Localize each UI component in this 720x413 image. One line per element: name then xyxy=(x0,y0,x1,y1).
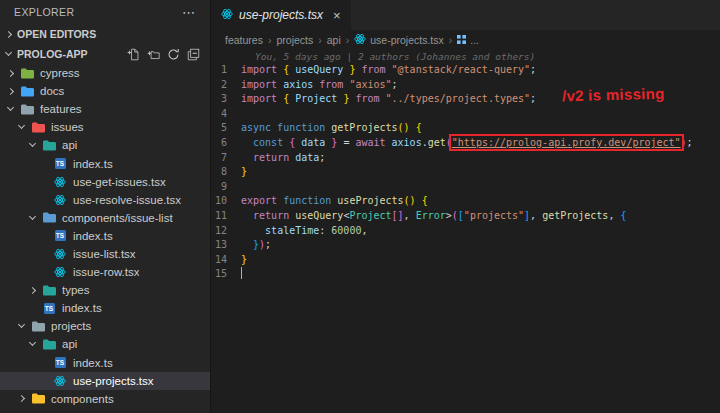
react-file-icon xyxy=(52,194,68,206)
breadcrumb-projects[interactable]: projects xyxy=(276,34,313,46)
tree-item-issues[interactable]: issues xyxy=(0,118,210,136)
tree-item-issue-row-tsx[interactable]: issue-row.tsx xyxy=(0,263,210,281)
line-number: 12 xyxy=(211,224,241,239)
code-text: const { data } = await axios.get("https:… xyxy=(241,136,693,151)
code-line-1[interactable]: 1import { useQuery } from "@tanstack/rea… xyxy=(211,63,720,78)
git-blame-annotation: You, 5 days ago | 2 authors (Johannes an… xyxy=(255,50,720,63)
line-number: 11 xyxy=(211,209,241,224)
tree-item-components-issue-list[interactable]: components/issue-list xyxy=(0,209,210,227)
tree-item-use-projects-tsx[interactable]: use-projects.tsx xyxy=(0,372,210,390)
folder-icon xyxy=(30,393,46,404)
code-line-13[interactable]: 13 }); xyxy=(211,238,720,253)
open-editors-label: OPEN EDITORS xyxy=(17,28,96,40)
breadcrumb-use-projects-tsx[interactable]: use-projects.tsx xyxy=(354,33,444,47)
collapse-all-icon[interactable] xyxy=(187,48,200,61)
typescript-file-icon: TS xyxy=(52,158,68,169)
react-file-icon xyxy=(52,375,68,387)
editor-area: use-projects.tsx × features›projects›api… xyxy=(211,0,720,413)
tab-close-icon[interactable]: × xyxy=(333,8,341,23)
breadcrumb-separator: › xyxy=(268,34,272,46)
code-text: import axios from "axios"; xyxy=(241,78,398,93)
tree-item-label: index.ts xyxy=(73,230,113,242)
tree-item-label: use-resolve-issue.tsx xyxy=(73,194,181,206)
line-number: 10 xyxy=(211,194,241,209)
vscode-window: EXPLORER ⋯ OPEN EDITORS PROLOG-APP cypre… xyxy=(0,0,720,413)
typescript-file-icon: TS xyxy=(41,303,57,314)
tab-bar: use-projects.tsx × xyxy=(211,0,720,30)
chevron-down-icon xyxy=(29,213,36,220)
code-line-4[interactable]: 4 xyxy=(211,107,720,122)
open-editors-section[interactable]: OPEN EDITORS xyxy=(0,24,210,44)
folder-icon xyxy=(19,86,35,97)
line-number: 5 xyxy=(211,121,241,136)
tree-item-issue-list-tsx[interactable]: issue-list.tsx xyxy=(0,245,210,263)
tree-item-label: components/issue-list xyxy=(62,212,173,224)
breadcrumb-separator: › xyxy=(449,34,453,46)
tree-item-index-ts[interactable]: TSindex.ts xyxy=(0,154,210,172)
react-file-icon xyxy=(354,33,366,47)
code-line-11[interactable]: 11 return useQuery<Project[], Error>(["p… xyxy=(211,209,720,224)
chevron-down-icon xyxy=(7,104,14,111)
chevron-right-icon xyxy=(5,30,12,37)
code-line-9[interactable]: 9 xyxy=(211,180,720,195)
tree-item-cypress[interactable]: cypress xyxy=(0,64,210,82)
line-number: 8 xyxy=(211,165,241,180)
react-file-icon xyxy=(221,8,233,23)
tree-item-index-ts[interactable]: TSindex.ts xyxy=(0,354,210,372)
tree-item-api[interactable]: api xyxy=(0,136,210,154)
code-line-10[interactable]: 10export function useProjects() { xyxy=(211,194,720,209)
project-root-section[interactable]: PROLOG-APP xyxy=(0,44,210,64)
chevron-right-icon xyxy=(7,70,14,77)
code-line-15[interactable]: 15 xyxy=(211,267,720,282)
tree-item-index-ts[interactable]: TSindex.ts xyxy=(0,227,210,245)
chevron-down-icon xyxy=(18,321,25,328)
tree-item-types[interactable]: types xyxy=(0,281,210,299)
project-root-label: PROLOG-APP xyxy=(17,48,88,60)
code-line-8[interactable]: 8} xyxy=(211,165,720,180)
folder-icon xyxy=(30,321,46,332)
tree-item-features[interactable]: features xyxy=(0,100,210,118)
explorer-actions xyxy=(127,48,210,61)
code-line-7[interactable]: 7 return data; xyxy=(211,151,720,166)
code-line-5[interactable]: 5async function getProjects() { xyxy=(211,121,720,136)
breadcrumb-api[interactable]: api xyxy=(327,34,341,46)
symbol-icon xyxy=(457,34,466,46)
tree-item-use-resolve-issue-tsx[interactable]: use-resolve-issue.tsx xyxy=(0,191,210,209)
tree-item-use-get-issues-tsx[interactable]: use-get-issues.tsx xyxy=(0,173,210,191)
chevron-right-icon xyxy=(29,287,36,294)
folder-icon xyxy=(41,339,57,350)
breadcrumb-separator: › xyxy=(318,34,322,46)
line-number: 4 xyxy=(211,107,241,122)
folder-icon xyxy=(41,285,57,296)
breadcrumb-features[interactable]: features xyxy=(225,34,263,46)
red-highlight-box: "https://prolog-api.profy.dev/project" xyxy=(452,137,681,148)
code-text: }); xyxy=(241,238,271,253)
tree-item-index-ts[interactable]: TSindex.ts xyxy=(0,299,210,317)
tree-item-components[interactable]: components xyxy=(0,390,210,408)
breadcrumb--[interactable]: ... xyxy=(457,34,479,46)
explorer-more-icon[interactable]: ⋯ xyxy=(182,5,196,20)
tree-item-label: docs xyxy=(40,85,64,97)
tree-item-label: components xyxy=(51,393,114,405)
tab-use-projects-tsx[interactable]: use-projects.tsx × xyxy=(211,0,351,30)
v2-missing-annotation: /v2 is missing xyxy=(562,85,665,105)
line-number: 2 xyxy=(211,78,241,93)
code-line-6[interactable]: 6 const { data } = await axios.get("http… xyxy=(211,136,720,151)
explorer-header: EXPLORER ⋯ xyxy=(0,0,210,24)
line-number: 7 xyxy=(211,151,241,166)
folder-icon xyxy=(19,68,35,79)
refresh-icon[interactable] xyxy=(167,48,180,61)
tree-item-projects[interactable]: projects xyxy=(0,317,210,335)
tree-item-label: use-projects.tsx xyxy=(73,375,154,387)
code-line-14[interactable]: 14} xyxy=(211,253,720,268)
code-line-12[interactable]: 12 staleTime: 60000, xyxy=(211,224,720,239)
tree-item-api[interactable]: api xyxy=(0,335,210,353)
code-text: return useQuery<Project[], Error>(["proj… xyxy=(241,209,626,224)
new-folder-icon[interactable] xyxy=(147,48,160,61)
new-file-icon[interactable] xyxy=(127,48,140,61)
code-text: staleTime: 60000, xyxy=(241,224,367,239)
tree-item-label: api xyxy=(62,338,77,350)
typescript-file-icon: TS xyxy=(52,230,68,241)
file-tree: cypressdocsfeaturesissuesapiTSindex.tsus… xyxy=(0,64,210,408)
tree-item-docs[interactable]: docs xyxy=(0,82,210,100)
